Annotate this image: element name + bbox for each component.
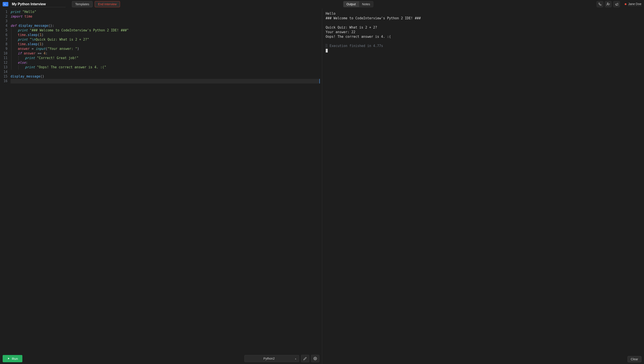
line-number: 13 <box>4 65 8 70</box>
code-line[interactable]: display_message() <box>10 74 320 79</box>
line-number: 8 <box>4 42 8 47</box>
user-area[interactable]: Jane Doe <box>625 2 641 6</box>
pencil-icon <box>303 357 307 360</box>
output-line: Hello <box>326 12 641 16</box>
line-gutter: 12345678910111213141516 <box>0 8 10 353</box>
output-line <box>326 21 641 25</box>
line-number: 3 <box>4 19 8 24</box>
line-number: 4 <box>4 24 8 28</box>
execution-status: ░ Execution finished in 4.77s <box>326 44 641 48</box>
svg-point-3 <box>315 358 316 359</box>
status-dot-icon <box>625 3 626 5</box>
gear-icon <box>314 357 317 360</box>
code-line[interactable]: print "Oops! The correct answer is 4. :(… <box>10 65 320 70</box>
code-line[interactable] <box>10 79 320 83</box>
clear-button[interactable]: Clear <box>628 356 641 362</box>
megaphone-icon <box>615 3 618 6</box>
line-number: 15 <box>4 74 8 79</box>
code-content[interactable]: print "Hello"import timedef display_mess… <box>10 8 322 353</box>
templates-button[interactable]: Templates <box>72 1 92 7</box>
call-controls <box>596 1 620 7</box>
editor-footer: Run Python2 <box>0 353 322 364</box>
settings-button[interactable] <box>311 355 319 362</box>
invite-button[interactable] <box>605 1 612 7</box>
username-label: Jane Doe <box>628 2 641 6</box>
code-line[interactable]: def display_message(): <box>10 24 320 28</box>
app-root: >_ Templates End Interview Output Notes … <box>0 0 644 364</box>
edit-button[interactable] <box>301 355 309 362</box>
line-number: 14 <box>4 70 8 74</box>
output-pane: Hello### Welcome to CodeInterview's Pyth… <box>322 8 644 364</box>
line-number: 10 <box>4 51 8 56</box>
output-line: Quick Quiz: What is 2 + 2? <box>326 25 641 30</box>
end-interview-button[interactable]: End Interview <box>95 1 120 7</box>
output-line: Your answer: 22 <box>326 30 641 35</box>
editor-pane: 12345678910111213141516 print "Hello"imp… <box>0 8 322 364</box>
output-footer: Clear <box>322 354 644 364</box>
output-line: Oops! The correct answer is 4. :( <box>326 35 641 39</box>
run-label: Run <box>12 357 18 360</box>
line-number: 12 <box>4 60 8 65</box>
announce-button[interactable] <box>613 1 620 7</box>
code-line[interactable]: time.sleep(1) <box>10 42 320 47</box>
main-split: 12345678910111213141516 print "Hello"imp… <box>0 8 644 364</box>
code-line[interactable]: time.sleep(1) <box>10 33 320 37</box>
code-line[interactable]: print "### Welcome to CodeInterview's Py… <box>10 28 320 33</box>
output-notes-tabs: Output Notes <box>343 1 374 7</box>
code-editor[interactable]: 12345678910111213141516 print "Hello"imp… <box>0 8 322 353</box>
output-line: ### Welcome to CodeInterview's Python 2 … <box>326 16 641 21</box>
code-line[interactable]: print "Hello" <box>10 10 320 14</box>
code-line[interactable]: else: <box>10 60 320 65</box>
code-line[interactable]: import time <box>10 14 320 19</box>
line-number: 9 <box>4 47 8 51</box>
code-line[interactable]: answer = input("Your answer: ") <box>10 47 320 51</box>
line-number: 5 <box>4 28 8 33</box>
phone-icon <box>598 3 602 6</box>
interview-title-input[interactable] <box>10 1 65 7</box>
output-terminal[interactable]: Hello### Welcome to CodeInterview's Pyth… <box>322 8 644 354</box>
tab-output[interactable]: Output <box>343 1 359 7</box>
run-button[interactable]: Run <box>3 355 22 362</box>
code-line[interactable]: print "\nQuick Quiz: What is 2 + 2?" <box>10 37 320 42</box>
play-icon <box>7 357 10 360</box>
code-line[interactable]: print "Correct! Great job!" <box>10 56 320 60</box>
call-button[interactable] <box>596 1 603 7</box>
line-number: 7 <box>4 37 8 42</box>
code-line[interactable] <box>10 19 320 24</box>
line-number: 6 <box>4 33 8 37</box>
tab-notes[interactable]: Notes <box>359 1 374 7</box>
svg-point-0 <box>607 3 608 4</box>
language-select[interactable]: Python2 <box>244 355 299 362</box>
line-number: 16 <box>4 79 8 83</box>
logo-icon: >_ <box>3 2 8 6</box>
top-bar: >_ Templates End Interview Output Notes … <box>0 0 644 8</box>
code-line[interactable] <box>10 70 320 74</box>
line-number: 2 <box>4 14 8 19</box>
line-number: 11 <box>4 56 8 60</box>
terminal-cursor <box>326 48 641 53</box>
user-plus-icon <box>606 3 610 6</box>
code-line[interactable]: if answer == 4: <box>10 51 320 56</box>
line-number: 1 <box>4 10 8 14</box>
